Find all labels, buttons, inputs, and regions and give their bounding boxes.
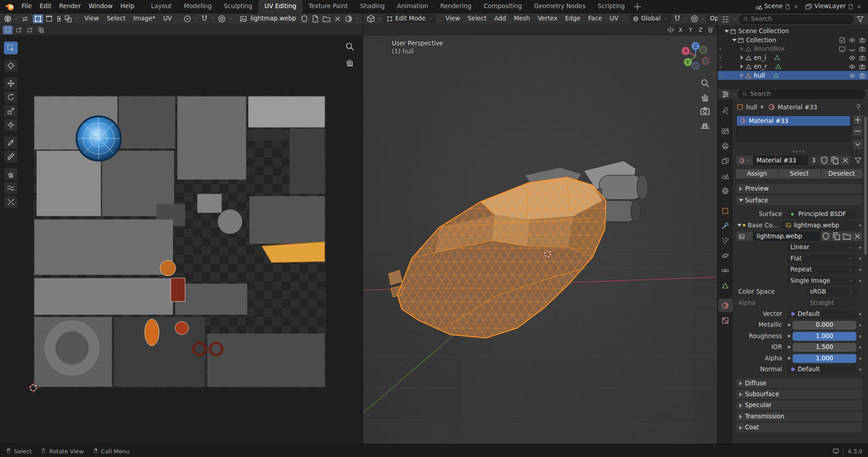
editor-type-selector[interactable] [3,14,13,23]
interpolation-dropdown[interactable]: Linear [787,243,857,252]
workspace-tab[interactable]: UV Editing [258,0,302,13]
scene-selector[interactable]: Scene [755,2,799,10]
panel-header[interactable]: Transmission [736,412,862,421]
alpha-mode-dropdown[interactable]: Straight [806,298,856,307]
chev-icon[interactable] [193,16,198,21]
disable-in-renders-toggle[interactable] [858,72,866,79]
restrict-toggle[interactable] [838,45,846,53]
blender-logo[interactable] [5,1,15,11]
disclosure-triangle[interactable] [739,62,745,71]
image-name-field[interactable]: lightmap.webp [753,231,820,241]
disclosure-triangle[interactable] [739,44,745,54]
uv-menu-item[interactable]: Image* [129,14,159,24]
proportional-edit-toggle[interactable] [689,14,699,23]
material-slot-list[interactable]: Material #33 [736,115,851,142]
uv-tool-button[interactable] [4,196,18,208]
pan-control[interactable] [344,57,355,68]
hide-in-viewport-toggle[interactable] [848,54,856,61]
workspace-tab[interactable]: Rendering [434,0,477,13]
properties-tab[interactable] [718,124,733,137]
disclosure-triangle[interactable] [739,53,745,62]
outliner-search[interactable]: Search [739,15,854,24]
decorator-dot[interactable] [856,331,862,341]
chev-icon[interactable] [700,16,705,21]
unlink-image-button[interactable] [333,14,343,23]
properties-tab[interactable] [718,139,733,152]
properties-search[interactable]: Search [738,89,865,98]
hide-in-viewport-toggle[interactable] [848,63,856,70]
properties-tab[interactable] [718,249,733,262]
chev-icon[interactable] [228,16,233,21]
editor-type-selector[interactable] [366,14,376,23]
projection-dropdown[interactable]: Flat [787,254,857,263]
property-field[interactable]: 1.000 [793,354,856,363]
assign-action-button[interactable]: Select [779,169,820,178]
disclosure-triangle[interactable] [736,221,742,230]
new-image-button[interactable] [311,14,321,23]
surface-shader-field[interactable]: Principled BSDF [787,210,857,219]
snap-toggle[interactable] [672,14,682,23]
viewport-menu-item[interactable]: Face [584,14,606,24]
display-channels-selector[interactable] [344,14,354,23]
uv-tool-button[interactable] [4,182,18,194]
snap-base-icon[interactable] [707,26,715,34]
disable-in-renders-toggle[interactable] [858,36,866,44]
viewport-menu-item[interactable]: Select [464,14,491,24]
breadcrumb-object[interactable]: hull [746,103,757,111]
disable-in-renders-toggle[interactable] [858,45,866,53]
unlink-scene-icon[interactable] [793,3,799,10]
chev-icon[interactable] [377,16,382,21]
workspace-tab[interactable]: Texture Paint [302,0,354,13]
uv-tool-button[interactable] [4,105,18,118]
uv-tool-button[interactable] [4,91,18,103]
viewport-menu-item[interactable]: Mesh [510,14,533,24]
properties-tab[interactable] [718,219,733,232]
panel-header[interactable]: Coat [736,423,862,432]
chev-icon[interactable] [683,16,688,21]
panel-header[interactable]: Diffuse [736,378,862,388]
select-tool-mode-button[interactable] [3,25,13,34]
mirror-axis-toggle[interactable]: Y [686,25,695,34]
uv-edge-mode-button[interactable] [44,14,54,23]
uv-canvas[interactable] [0,35,362,444]
viewport-menu-item[interactable]: UV [606,14,622,24]
panel-header[interactable]: Subsurface [736,389,862,399]
decorator-dot[interactable] [856,364,862,374]
disclosure-triangle[interactable] [731,35,737,44]
assign-action-button[interactable]: Deselect [821,169,863,178]
fake-user-button[interactable] [819,156,829,165]
hide-in-viewport-toggle[interactable] [848,72,856,79]
properties-tab[interactable] [718,154,733,167]
editor-type-selector[interactable] [720,89,730,98]
list-resize-grip[interactable] [736,149,862,153]
disclosure-triangle[interactable] [723,27,729,36]
workspace-tab[interactable]: Scripting [592,0,631,13]
editor-type-selector[interactable] [720,15,730,24]
material-slot[interactable]: Material #33 [737,116,850,126]
uv-menu-item[interactable]: Select [103,14,129,24]
assign-action-button[interactable]: Assign [736,169,778,178]
decorator-dot[interactable] [856,309,862,319]
material-filter-button[interactable] [853,156,863,165]
unlink-image-button[interactable] [853,231,863,241]
uv-face-mode-button[interactable] [55,14,61,23]
outliner-row[interactable]: hull [718,71,868,80]
restrict-toggle[interactable] [838,36,846,44]
uv-menu-item[interactable]: View [80,14,103,24]
property-field[interactable]: Default [787,365,857,374]
new-viewlayer-icon[interactable] [848,3,854,10]
uv-vertex-mode-button[interactable] [33,14,43,23]
chev-icon[interactable] [355,16,360,21]
property-field[interactable]: Default [787,310,857,319]
mirror-axis-toggle[interactable]: X [676,25,686,34]
mirror-axis-toggle[interactable]: Z [696,25,705,34]
navigation-gizmo[interactable]: Z X Y [680,40,712,72]
snap-toggle[interactable] [199,14,209,23]
panel-header[interactable]: Specular [736,401,862,410]
properties-tab[interactable] [718,279,733,292]
duplicate-image-button[interactable] [831,231,841,241]
decorator-dot[interactable] [856,354,862,363]
uv-tool-button[interactable] [4,77,18,90]
uv-texture-image[interactable] [33,95,326,388]
add-slot-button[interactable] [853,115,863,125]
